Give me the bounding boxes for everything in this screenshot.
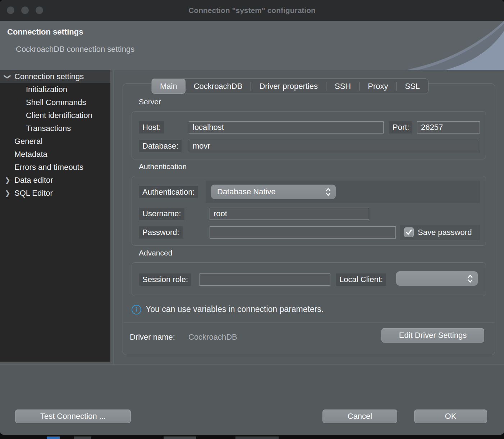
authentication-group-label: Authentication [139, 162, 187, 171]
tree-item-label: SQL Editor [14, 187, 53, 200]
host-input[interactable] [189, 121, 384, 133]
authentication-method-select[interactable]: Database Native [211, 185, 336, 199]
desktop-strip [0, 435, 504, 439]
test-connection-button[interactable]: Test Connection ... [15, 409, 131, 423]
tab-cockroachdb[interactable]: CockroachDB [185, 79, 251, 94]
server-group-box: Host: Port: Database: [132, 111, 486, 159]
advanced-group-box: Session role: Local Client: [132, 262, 486, 296]
info-glyph: i [136, 306, 137, 313]
local-client-label: Local Client: [336, 273, 386, 286]
sidebar-item-data-editor[interactable]: ❯ Data editor [0, 174, 110, 187]
sidebar-item-metadata[interactable]: Metadata [0, 148, 110, 161]
tab-ssh[interactable]: SSH [326, 79, 359, 94]
dialog-footer: Test Connection ... Cancel OK [0, 365, 504, 435]
tree-item-label: Initialization [26, 83, 67, 96]
tree-item-label: Metadata [14, 148, 47, 161]
sidebar-item-sql-editor[interactable]: ❯ SQL Editor [0, 187, 110, 200]
tabbar: Main CockroachDB Driver properties SSH P… [151, 78, 429, 94]
password-input[interactable] [210, 226, 396, 239]
desktop-sliver [235, 436, 279, 439]
sidebar-resize-sash[interactable] [113, 70, 114, 365]
port-input[interactable] [417, 121, 480, 133]
settings-tree: ❯ Connection settings Initialization She… [0, 70, 110, 362]
tab-ssl[interactable]: SSL [397, 79, 429, 94]
port-label: Port: [389, 121, 412, 133]
chevron-down-icon[interactable]: ❯ [1, 73, 14, 81]
sidebar-item-connection-settings[interactable]: ❯ Connection settings [0, 70, 110, 83]
window-title: Connection "system" configuration [0, 0, 504, 21]
cancel-button[interactable]: Cancel [322, 409, 397, 423]
tab-driver-properties[interactable]: Driver properties [251, 79, 326, 94]
info-message: You can use variables in connection para… [146, 304, 324, 314]
sidebar-item-transactions[interactable]: Transactions [0, 122, 110, 135]
password-label: Password: [139, 226, 183, 239]
tree-item-label: Shell Commands [26, 96, 86, 109]
ok-button[interactable]: OK [414, 409, 487, 423]
authentication-group-box: Authentication: Database Native Username… [132, 176, 486, 246]
server-group-label: Server [139, 98, 161, 106]
info-icon: i [132, 305, 141, 314]
username-input[interactable] [210, 208, 369, 220]
tree-item-label: Connection settings [14, 70, 84, 83]
panel-divider [123, 322, 494, 323]
tab-proxy[interactable]: Proxy [359, 79, 396, 94]
header-title: Connection settings [7, 27, 83, 37]
save-password-checkbox[interactable] [404, 227, 414, 237]
selected-option-label: Database Native [217, 187, 276, 196]
save-password-label[interactable]: Save password [418, 226, 480, 239]
advanced-group-label: Advanced [139, 249, 172, 257]
desktop-sliver [74, 436, 91, 439]
local-client-select[interactable] [396, 271, 478, 286]
updown-chevron-icon [325, 187, 331, 197]
main-tab-panel: Server Host: Port: Database: Authenticat… [123, 83, 495, 355]
dialog-body: ❯ Connection settings Initialization She… [0, 70, 504, 365]
updown-chevron-icon [467, 274, 473, 284]
database-input[interactable] [189, 140, 479, 152]
checkmark-icon [406, 229, 412, 236]
decorative-swoosh [393, 21, 504, 70]
app-window: Connection "system" configuration Connec… [0, 0, 504, 439]
tree-item-label: General [14, 135, 42, 148]
session-role-label: Session role: [139, 273, 191, 286]
header-subtitle: CockroachDB connection settings [16, 45, 134, 54]
authentication-method-label: Authentication: [139, 186, 198, 198]
sidebar-item-general[interactable]: General [0, 135, 110, 148]
tree-item-label: Transactions [26, 122, 71, 135]
sidebar-item-shell-commands[interactable]: Shell Commands [0, 96, 110, 109]
wizard-header: Connection settings CockroachDB connecti… [0, 21, 504, 70]
session-role-input[interactable] [200, 273, 330, 286]
chevron-right-icon[interactable]: ❯ [4, 174, 12, 187]
username-label: Username: [139, 208, 184, 220]
driver-name-value: CockroachDB [188, 332, 237, 342]
sidebar-item-errors-and-timeouts[interactable]: Errors and timeouts [0, 161, 110, 174]
desktop-sliver [164, 436, 196, 439]
dialog-window: Connection "system" configuration Connec… [0, 0, 504, 435]
tree-item-label: Data editor [14, 174, 53, 187]
driver-name-label: Driver name: [130, 332, 175, 342]
database-label: Database: [139, 140, 182, 152]
desktop-sliver [47, 436, 60, 439]
chevron-right-icon[interactable]: ❯ [4, 187, 12, 200]
tree-item-label: Errors and timeouts [14, 161, 83, 174]
sidebar-item-initialization[interactable]: Initialization [0, 83, 110, 96]
edit-driver-settings-button[interactable]: Edit Driver Settings [381, 328, 484, 343]
sidebar-item-client-identification[interactable]: Client identification [0, 109, 110, 122]
host-label: Host: [139, 121, 164, 133]
tree-item-label: Client identification [26, 109, 92, 122]
tab-main[interactable]: Main [152, 79, 185, 94]
titlebar: Connection "system" configuration [0, 0, 504, 21]
